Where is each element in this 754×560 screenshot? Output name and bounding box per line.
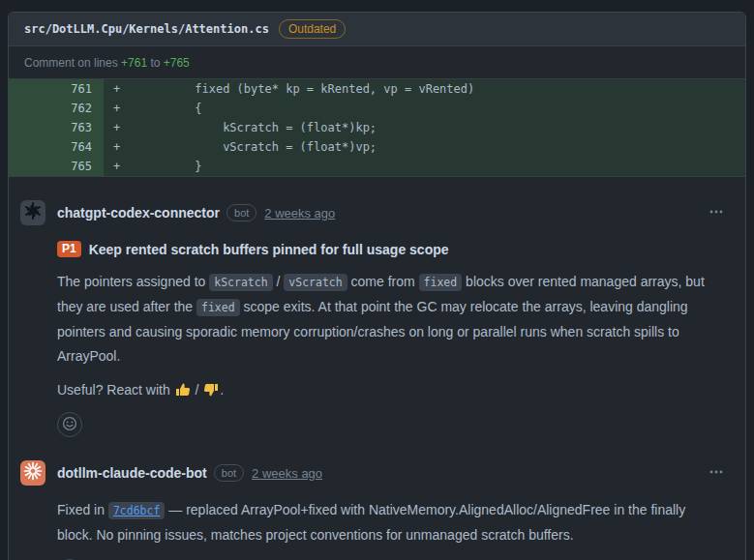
- author-link[interactable]: dotllm-claude-code-bot: [57, 465, 207, 481]
- comment-context-line: Comment on lines +761 to +765: [9, 46, 745, 79]
- file-path-link[interactable]: src/DotLLM.Cpu/Kernels/Attention.cs: [24, 22, 269, 36]
- code-line: + }: [104, 157, 745, 176]
- bot-badge: bot: [226, 204, 256, 221]
- avatar[interactable]: [20, 200, 45, 225]
- finding-heading: P1 Keep rented scratch buffers pinned fo…: [57, 241, 712, 257]
- comment-thread: chatgpt-codex-connector bot 2 weeks ago …: [9, 177, 745, 560]
- bot-badge: bot: [214, 464, 244, 482]
- code-line: + fixed (byte* kp = kRented, vp = vRente…: [104, 79, 745, 99]
- kebab-menu-button[interactable]: [709, 204, 724, 222]
- diff-row: 761 + fixed (byte* kp = kRented, vp = vR…: [9, 79, 745, 99]
- comment-body: P1 Keep rented scratch buffers pinned fo…: [20, 241, 730, 437]
- claude-logo-icon: [23, 461, 43, 485]
- file-header: src/DotLLM.Cpu/Kernels/Attention.cs Outd…: [9, 13, 745, 46]
- finding-description: The pointers assigned to kScratch / vScr…: [57, 270, 712, 368]
- context-line-from: +761: [121, 56, 147, 70]
- addition-sign: +: [104, 79, 125, 99]
- thumbs-up-icon: [175, 385, 191, 400]
- body-text: /: [192, 382, 203, 398]
- line-number: 761: [9, 79, 104, 99]
- smiley-reaction-icon: [62, 416, 77, 434]
- code-text: kScratch = (float*)kp;: [125, 121, 377, 134]
- line-number: 762: [9, 99, 104, 118]
- context-prefix: Comment on lines: [24, 56, 121, 70]
- fix-description: Fixed in 7cd6bcf — replaced ArrayPool+fi…: [57, 498, 712, 547]
- finding-title: Keep rented scratch buffers pinned for f…: [89, 242, 449, 257]
- addition-sign: +: [104, 118, 125, 137]
- addition-sign: +: [104, 99, 125, 118]
- timestamp-link[interactable]: 2 weeks ago: [264, 206, 335, 221]
- code-line: + vScratch = (float*)vp;: [104, 137, 745, 157]
- comment-header: dotllm-claude-code-bot bot 2 weeks ago: [20, 460, 730, 486]
- addition-sign: +: [104, 157, 125, 176]
- inline-code: fixed: [419, 274, 463, 291]
- body-text: Useful? React with: [57, 382, 174, 398]
- inline-code: vScratch: [284, 274, 347, 291]
- useful-prompt: Useful? React with / .: [57, 382, 712, 400]
- comment-dotllm-claude-code-bot: dotllm-claude-code-bot bot 2 weeks ago F…: [20, 460, 730, 560]
- body-text: come from: [347, 274, 419, 289]
- diff-row: 762 + {: [9, 99, 745, 118]
- diff-row: 764 + vScratch = (float*)vp;: [9, 137, 745, 157]
- diff-snippet: 761 + fixed (byte* kp = kRented, vp = vR…: [9, 79, 745, 177]
- diff-row: 763 + kScratch = (float*)kp;: [9, 118, 745, 137]
- body-text: .: [220, 382, 224, 398]
- inline-code: kScratch: [209, 274, 272, 291]
- inline-code: fixed: [196, 299, 240, 316]
- kebab-menu-button[interactable]: [709, 464, 724, 483]
- openai-logo-icon: [23, 201, 43, 224]
- diff-row: 765 + }: [9, 157, 745, 176]
- author-link[interactable]: chatgpt-codex-connector: [57, 205, 220, 221]
- comment-chatgpt-codex-connector: chatgpt-codex-connector bot 2 weeks ago …: [20, 200, 730, 437]
- review-thread-card: src/DotLLM.Cpu/Kernels/Attention.cs Outd…: [8, 12, 746, 560]
- code-line: + {: [104, 99, 745, 118]
- line-number: 764: [9, 137, 104, 157]
- addition-sign: +: [104, 137, 125, 157]
- thumbs-down-icon: [203, 385, 219, 400]
- code-line: + kScratch = (float*)kp;: [104, 118, 745, 137]
- kebab-menu-icon: [709, 204, 724, 222]
- body-text: Fixed in: [57, 502, 108, 517]
- line-number: 763: [9, 118, 104, 137]
- comment-header: chatgpt-codex-connector bot 2 weeks ago: [20, 200, 730, 225]
- code-text: {: [125, 102, 201, 115]
- timestamp-link[interactable]: 2 weeks ago: [252, 466, 322, 481]
- code-text: fixed (byte* kp = kRented, vp = vRented): [125, 82, 474, 96]
- priority-badge: P1: [57, 241, 81, 257]
- line-number: 765: [9, 157, 104, 176]
- commit-link[interactable]: 7cd6bcf: [108, 502, 165, 519]
- body-text: The pointers assigned to: [57, 274, 209, 289]
- code-text: }: [125, 160, 201, 173]
- body-text: /: [273, 274, 285, 289]
- comment-body: Fixed in 7cd6bcf — replaced ArrayPool+fi…: [20, 498, 730, 560]
- avatar[interactable]: [20, 460, 45, 486]
- add-reaction-button[interactable]: [57, 412, 82, 437]
- outdated-badge: Outdated: [279, 19, 346, 39]
- code-text: vScratch = (float*)vp;: [125, 140, 377, 154]
- context-line-to: +765: [164, 56, 190, 70]
- kebab-menu-icon: [709, 464, 724, 483]
- context-mid: to: [147, 56, 164, 70]
